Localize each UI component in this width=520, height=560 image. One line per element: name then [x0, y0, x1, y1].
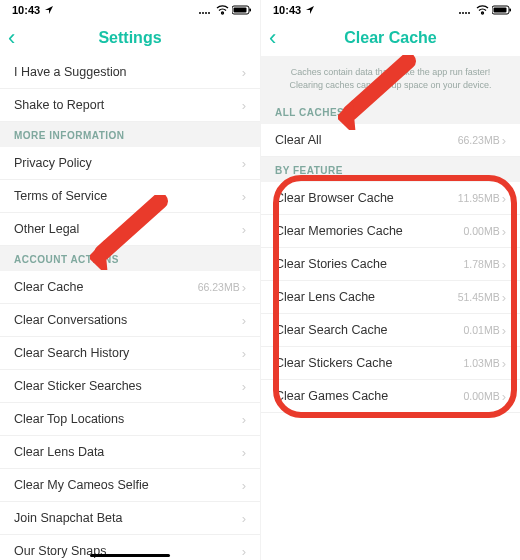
row-meta: 0.00MB	[463, 390, 499, 402]
battery-icon	[232, 5, 252, 15]
chevron-right-icon: ›	[502, 134, 506, 147]
list-row[interactable]: I Have a Suggestion›	[0, 56, 260, 89]
row-label: Clear Games Cache	[275, 389, 463, 403]
section-header-account-actions: ACCOUNT ACTIONS	[0, 246, 260, 271]
status-time: 10:43	[12, 4, 40, 16]
page-title: Settings	[98, 29, 161, 47]
row-label: Privacy Policy	[14, 156, 242, 170]
svg-point-1	[202, 12, 204, 14]
info-banner: Caches contain data that make the app ru…	[261, 56, 520, 99]
wifi-icon	[216, 5, 229, 15]
chevron-right-icon: ›	[242, 314, 246, 327]
page-title: Clear Cache	[344, 29, 437, 47]
chevron-right-icon: ›	[242, 190, 246, 203]
chevron-right-icon: ›	[242, 479, 246, 492]
section-header-all-caches: ALL CACHES	[261, 99, 520, 124]
status-bar: 10:43	[261, 0, 520, 20]
chevron-right-icon: ›	[502, 357, 506, 370]
nav-bar: ‹ Settings	[0, 20, 260, 56]
chevron-right-icon: ›	[502, 291, 506, 304]
svg-rect-5	[234, 8, 247, 13]
list-row[interactable]: Clear Stories Cache1.78MB›	[261, 248, 520, 281]
battery-icon	[492, 5, 512, 15]
signal-icon	[198, 6, 213, 15]
svg-point-3	[208, 12, 210, 14]
back-button[interactable]: ‹	[269, 27, 276, 49]
nav-bar: ‹ Clear Cache	[261, 20, 520, 56]
list-row[interactable]: Clear Memories Cache0.00MB›	[261, 215, 520, 248]
list-row[interactable]: Shake to Report›	[0, 89, 260, 122]
list-row[interactable]: Other Legal›	[0, 213, 260, 246]
row-label: Other Legal	[14, 222, 242, 236]
clear-cache-list[interactable]: Caches contain data that make the app ru…	[261, 56, 520, 560]
row-meta: 1.03MB	[463, 357, 499, 369]
chevron-right-icon: ›	[242, 99, 246, 112]
row-meta: 11.95MB	[458, 192, 500, 204]
chevron-right-icon: ›	[242, 157, 246, 170]
row-meta: 0.01MB	[463, 324, 499, 336]
svg-point-10	[468, 12, 470, 14]
row-label: Terms of Service	[14, 189, 242, 203]
row-meta: 66.23MB	[198, 281, 240, 293]
chevron-right-icon: ›	[502, 225, 506, 238]
list-row[interactable]: Privacy Policy›	[0, 147, 260, 180]
list-row[interactable]: Clear My Cameos Selfie›	[0, 469, 260, 502]
status-time: 10:43	[273, 4, 301, 16]
list-row[interactable]: Terms of Service›	[0, 180, 260, 213]
row-label: Clear Lens Cache	[275, 290, 458, 304]
row-label: Clear Top Locations	[14, 412, 242, 426]
svg-point-8	[462, 12, 464, 14]
row-meta: 1.78MB	[463, 258, 499, 270]
list-row-clear-cache[interactable]: Clear Cache66.23MB›	[0, 271, 260, 304]
chevron-right-icon: ›	[242, 512, 246, 525]
chevron-right-icon: ›	[502, 390, 506, 403]
chevron-right-icon: ›	[242, 281, 246, 294]
svg-point-9	[465, 12, 467, 14]
svg-point-0	[199, 12, 201, 14]
clear-cache-screen: 10:43 ‹ Clear Cache Caches contain data …	[260, 0, 520, 560]
chevron-right-icon: ›	[242, 413, 246, 426]
list-row-clear-all[interactable]: Clear All66.23MB›	[261, 124, 520, 157]
list-row[interactable]: Clear Browser Cache11.95MB›	[261, 182, 520, 215]
svg-rect-6	[250, 9, 252, 12]
row-label: Clear Stories Cache	[275, 257, 463, 271]
wifi-icon	[476, 5, 489, 15]
chevron-right-icon: ›	[502, 324, 506, 337]
list-row[interactable]: Clear Top Locations›	[0, 403, 260, 436]
chevron-right-icon: ›	[242, 347, 246, 360]
location-icon	[305, 5, 315, 15]
list-row[interactable]: Clear Lens Data›	[0, 436, 260, 469]
svg-point-7	[459, 12, 461, 14]
row-label: Clear Conversations	[14, 313, 242, 327]
row-label: Clear Stickers Cache	[275, 356, 463, 370]
list-row[interactable]: Join Snapchat Beta›	[0, 502, 260, 535]
back-button[interactable]: ‹	[8, 27, 15, 49]
list-row[interactable]: Clear Search History›	[0, 337, 260, 370]
row-label: Clear Search History	[14, 346, 242, 360]
settings-list[interactable]: I Have a Suggestion› Shake to Report› MO…	[0, 56, 260, 560]
list-row[interactable]: Clear Lens Cache51.45MB›	[261, 281, 520, 314]
signal-icon	[458, 6, 473, 15]
row-label: Clear Cache	[14, 280, 198, 294]
section-header-by-feature: BY FEATURE	[261, 157, 520, 182]
list-row[interactable]: Clear Conversations›	[0, 304, 260, 337]
row-label: Clear All	[275, 133, 458, 147]
section-header-more-info: MORE INFORMATION	[0, 122, 260, 147]
list-row[interactable]: Clear Stickers Cache1.03MB›	[261, 347, 520, 380]
list-row[interactable]: Clear Sticker Searches›	[0, 370, 260, 403]
svg-rect-13	[510, 9, 512, 12]
chevron-right-icon: ›	[242, 545, 246, 558]
list-row[interactable]: Clear Games Cache0.00MB›	[261, 380, 520, 413]
chevron-right-icon: ›	[502, 258, 506, 271]
row-label: Clear Lens Data	[14, 445, 242, 459]
row-label: Clear My Cameos Selfie	[14, 478, 242, 492]
chevron-right-icon: ›	[242, 380, 246, 393]
chevron-right-icon: ›	[242, 446, 246, 459]
svg-rect-12	[494, 8, 507, 13]
home-indicator[interactable]	[90, 554, 170, 557]
row-label: Clear Search Cache	[275, 323, 463, 337]
list-row[interactable]: Clear Search Cache0.01MB›	[261, 314, 520, 347]
row-label: Join Snapchat Beta	[14, 511, 242, 525]
row-label: Shake to Report	[14, 98, 242, 112]
row-meta: 66.23MB	[458, 134, 500, 146]
